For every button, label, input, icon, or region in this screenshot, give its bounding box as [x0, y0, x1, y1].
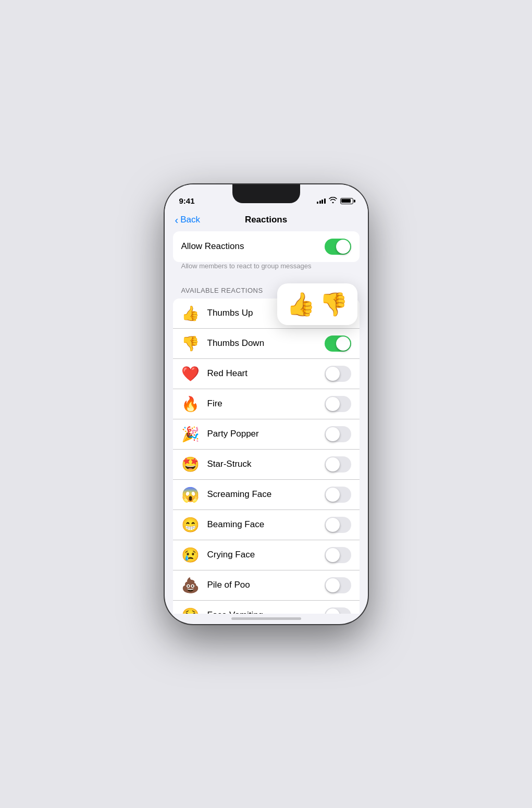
reactions-list: 👍Thumbs Up👎Thumbs Down❤️Red Heart🔥Fire🎉P…: [173, 299, 360, 614]
reaction-toggle-party-popper[interactable]: [325, 426, 351, 442]
reaction-label: Red Heart: [207, 368, 325, 379]
toggle-knob: [326, 457, 340, 471]
status-time: 9:41: [179, 196, 195, 205]
back-label: Back: [180, 215, 200, 225]
reaction-toggle-star-struck[interactable]: [325, 456, 351, 473]
reaction-emoji: 😱: [181, 486, 200, 503]
reaction-toggle-red-heart[interactable]: [325, 366, 351, 382]
reaction-emoji: 👎: [181, 335, 200, 352]
reaction-row: 😁Beaming Face: [173, 510, 360, 540]
home-indicator: [231, 617, 301, 620]
wifi-icon: [329, 197, 337, 205]
reaction-toggle-face-vomiting[interactable]: [325, 607, 351, 614]
reaction-toggle-crying-face[interactable]: [325, 547, 351, 563]
toggle-knob: [326, 488, 340, 502]
reaction-row: 🤩Star-Struck: [173, 450, 360, 480]
battery-icon: [340, 198, 353, 204]
reaction-row: 🎉Party Popper: [173, 419, 360, 450]
toggle-knob: [336, 240, 350, 254]
reaction-emoji: 😁: [181, 516, 200, 533]
phone-frame: 9:41: [165, 184, 368, 624]
reaction-toggle-thumbs-down[interactable]: [325, 335, 351, 352]
reaction-emoji: ❤️: [181, 365, 200, 382]
back-chevron-icon: ‹: [175, 215, 179, 225]
reaction-label: Star-Struck: [207, 459, 325, 469]
allow-reactions-toggle[interactable]: [325, 239, 351, 255]
phone-screen: 9:41: [165, 184, 368, 624]
allow-reactions-label: Allow Reactions: [181, 241, 244, 252]
reaction-label: Screaming Face: [207, 489, 325, 500]
popup-thumbs-down: 👎: [319, 291, 348, 318]
allow-reactions-card: Allow Reactions: [173, 231, 360, 262]
notch: [232, 184, 300, 203]
reaction-label: Pile of Poo: [207, 580, 325, 590]
reaction-label: Party Popper: [207, 429, 325, 439]
reaction-label: Fire: [207, 399, 325, 409]
toggle-knob: [326, 578, 340, 592]
reaction-row: 🤮Face Vomiting: [173, 601, 360, 614]
page-title: Reactions: [245, 215, 287, 225]
toggle-knob: [326, 397, 340, 411]
emoji-popup: 👍 👎: [277, 283, 357, 325]
allow-reactions-description: Allow members to react to group messages: [173, 262, 360, 276]
reaction-label: Beaming Face: [207, 519, 325, 530]
reaction-toggle-beaming-face[interactable]: [325, 517, 351, 533]
reaction-row: 🔥Fire: [173, 389, 360, 419]
toggle-knob: [326, 427, 340, 441]
nav-bar: ‹ Back Reactions: [165, 210, 368, 231]
allow-reactions-row: Allow Reactions: [181, 231, 351, 262]
reaction-label: Thumbs Down: [207, 338, 325, 349]
toggle-knob: [326, 518, 340, 532]
reaction-row: 😱Screaming Face: [173, 480, 360, 510]
reaction-toggle-screaming-face[interactable]: [325, 487, 351, 503]
reaction-emoji: 🤩: [181, 456, 200, 473]
signal-icon: [317, 198, 326, 204]
reaction-emoji: 😢: [181, 546, 200, 564]
toggle-knob: [326, 367, 340, 381]
reaction-emoji: 🎉: [181, 426, 200, 443]
reaction-label: Face Vomiting: [207, 610, 325, 614]
reaction-emoji: 🤮: [181, 607, 200, 614]
reaction-row: ❤️Red Heart: [173, 359, 360, 389]
reaction-emoji: 👍: [181, 305, 200, 322]
status-icons: [317, 197, 353, 205]
toggle-knob: [326, 608, 340, 614]
reaction-toggle-fire[interactable]: [325, 396, 351, 412]
reaction-row: 💩Pile of Poo: [173, 570, 360, 601]
reaction-emoji: 💩: [181, 577, 200, 594]
reaction-row: 😢Crying Face: [173, 540, 360, 570]
reaction-toggle-pile-of-poo[interactable]: [325, 577, 351, 593]
toggle-knob: [326, 548, 340, 562]
toggle-knob: [336, 337, 350, 351]
reaction-emoji: 🔥: [181, 395, 200, 413]
reaction-label: Crying Face: [207, 550, 325, 560]
reaction-row: 👎Thumbs Down: [173, 329, 360, 359]
back-button[interactable]: ‹ Back: [175, 215, 200, 225]
popup-thumbs-up: 👍: [287, 291, 315, 318]
